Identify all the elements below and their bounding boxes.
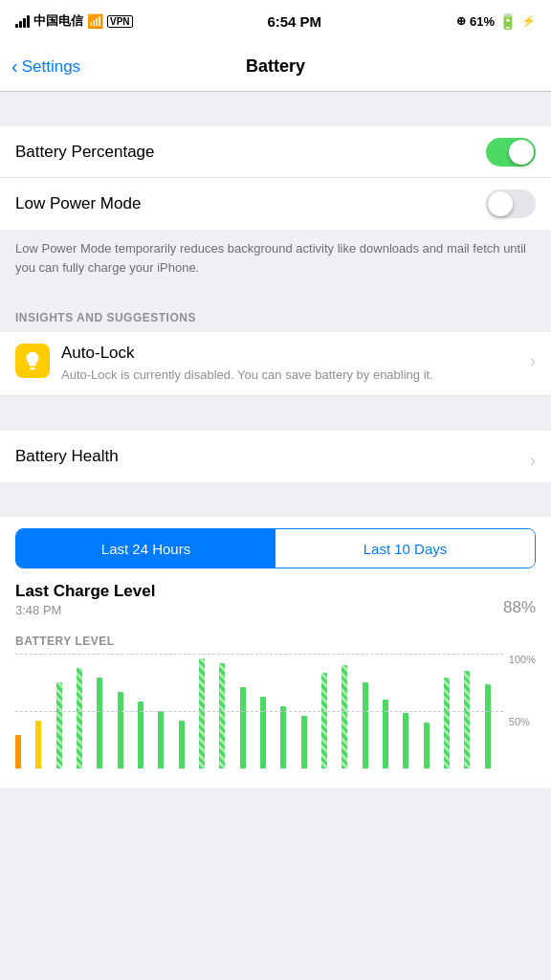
battery-chart-area: 100% 50% — [15, 654, 536, 778]
clock: 6:54 PM — [267, 13, 321, 30]
segment-last10days-label: Last 10 Days — [364, 541, 448, 557]
bar-group-15 — [301, 716, 320, 768]
bar-group-11 — [219, 663, 237, 768]
toggle-knob-lpm — [488, 191, 513, 216]
bar-group-9 — [179, 721, 197, 768]
bar-14 — [280, 706, 286, 768]
wifi-icon: 📶 — [87, 13, 103, 29]
battery-health-label: Battery Health — [15, 447, 119, 466]
back-button[interactable]: ‹ Settings — [11, 56, 80, 78]
segment-last24[interactable]: Last 24 Hours — [16, 529, 276, 568]
last-charge-time: 3:48 PM — [15, 603, 155, 617]
bar-23 — [464, 671, 470, 768]
settings-group-battery: Battery Percentage Low Power Mode — [0, 126, 551, 230]
bar-5 — [97, 678, 102, 768]
bar-17 — [342, 665, 347, 768]
bar-group-22 — [444, 678, 462, 768]
last-charge-row: Last Charge Level 3:48 PM 88% — [0, 568, 551, 627]
auto-lock-title: Auto-Lock — [61, 344, 522, 363]
bar-group-20 — [403, 713, 421, 768]
page-title: Battery — [246, 56, 305, 77]
segment-control[interactable]: Last 24 Hours Last 10 Days — [15, 528, 536, 568]
insights-section-header: INSIGHTS AND SUGGESTIONS — [0, 294, 551, 332]
vpn-badge: VPN — [107, 15, 133, 28]
battery-level-header: BATTERY LEVEL — [15, 627, 536, 654]
bar-group-13 — [260, 697, 278, 768]
battery-percentage-label: Battery Percentage — [15, 143, 155, 162]
section-gap-mid — [0, 396, 551, 431]
status-bar: 中国电信 📶 VPN 6:54 PM ⊕ 61% 🔋 ⚡ — [0, 0, 551, 42]
auto-lock-row[interactable]: Auto-Lock Auto-Lock is currently disable… — [0, 332, 551, 396]
bar-19 — [383, 700, 388, 768]
bar-20 — [403, 713, 408, 768]
insights-group: Auto-Lock Auto-Lock is currently disable… — [0, 332, 551, 396]
carrier-name: 中国电信 — [33, 12, 83, 30]
battery-level-chart-section: BATTERY LEVEL 100% 50% — [0, 627, 551, 788]
segment-last10days[interactable]: Last 10 Days — [276, 529, 535, 568]
chart-line-100 — [15, 654, 503, 655]
bar-16 — [321, 673, 327, 768]
bar-6 — [118, 692, 123, 768]
bar-10 — [199, 658, 205, 768]
section-gap-top — [0, 92, 551, 126]
low-power-description: Low Power Mode temporarily reduces backg… — [0, 230, 551, 294]
chevron-left-icon: ‹ — [11, 56, 18, 78]
last-charge-percentage: 88% — [503, 598, 536, 617]
battery-percentage-toggle[interactable] — [486, 138, 536, 167]
bar-group-4 — [77, 668, 95, 768]
low-power-mode-toggle[interactable] — [486, 189, 536, 218]
chart-line-50 — [15, 711, 503, 712]
bar-4 — [77, 668, 82, 768]
battery-percentage-row: Battery Percentage — [0, 126, 551, 178]
auto-lock-content: Auto-Lock Auto-Lock is currently disable… — [61, 344, 522, 384]
bar-8 — [158, 711, 164, 768]
bar-13 — [260, 697, 266, 768]
label-50pct: 50% — [509, 716, 536, 727]
bar-3 — [56, 682, 62, 768]
charging-icon: ⚡ — [521, 14, 536, 28]
bar-group-14 — [280, 706, 298, 768]
chart-labels: 100% 50% — [509, 654, 536, 778]
bar-24 — [485, 684, 491, 768]
bar-12 — [240, 687, 246, 768]
auto-lock-chevron: › — [530, 351, 536, 371]
location-icon: ⊕ — [456, 14, 466, 28]
bar-group-18 — [363, 682, 381, 768]
bar-group-12 — [240, 687, 258, 768]
bar-9 — [179, 721, 185, 768]
low-power-mode-row: Low Power Mode — [0, 178, 551, 230]
nav-bar: ‹ Settings Battery — [0, 42, 551, 92]
signal-icon — [15, 15, 30, 28]
lightbulb-icon — [22, 350, 43, 371]
bar-11 — [219, 663, 225, 768]
bar-2 — [35, 721, 41, 768]
charge-level-left: Last Charge Level 3:48 PM — [15, 582, 155, 617]
segment-last24-label: Last 24 Hours — [101, 541, 190, 557]
battery-health-row[interactable]: Battery Health › — [0, 431, 551, 482]
bar-group-3 — [56, 682, 75, 768]
bar-group-19 — [383, 700, 401, 768]
bar-group-1 — [15, 735, 33, 768]
status-right: ⊕ 61% 🔋 ⚡ — [456, 12, 536, 31]
bar-18 — [363, 682, 368, 768]
status-left: 中国电信 📶 VPN — [15, 12, 133, 30]
bar-group-23 — [464, 671, 482, 768]
back-label: Settings — [22, 57, 80, 77]
last-charge-title: Last Charge Level — [15, 582, 155, 601]
bar-15 — [301, 716, 307, 768]
bar-group-2 — [35, 721, 54, 768]
bar-21 — [424, 723, 430, 768]
label-100pct: 100% — [509, 654, 536, 665]
battery-health-chevron: › — [530, 451, 536, 471]
bar-group-24 — [485, 684, 503, 768]
bar-22 — [444, 678, 450, 768]
bar-1 — [15, 735, 21, 768]
bar-group-21 — [424, 723, 442, 768]
low-power-mode-label: Low Power Mode — [15, 194, 141, 213]
bar-group-10 — [199, 658, 217, 768]
bar-group-16 — [321, 673, 340, 768]
segment-container: Last 24 Hours Last 10 Days — [0, 517, 551, 568]
toggle-knob — [509, 140, 534, 165]
bar-group-5 — [97, 678, 115, 768]
bar-group-17 — [342, 665, 360, 768]
